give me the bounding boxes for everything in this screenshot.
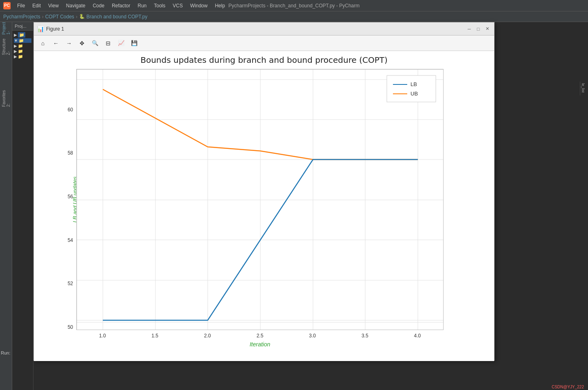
- menu-view[interactable]: View: [45, 2, 62, 9]
- structure-icon[interactable]: Z-Structure: [2, 42, 11, 51]
- figure-titlebar: 📊 Figure 1 ─ □ ✕: [34, 22, 494, 35]
- home-button[interactable]: ⌂: [37, 38, 49, 49]
- project-icon[interactable]: 1-Project: [2, 24, 11, 33]
- chart-title: Bounds updates during branch and bound p…: [48, 55, 480, 65]
- figure-title: Figure 1: [46, 26, 466, 32]
- back-button[interactable]: ←: [50, 38, 62, 49]
- window-controls: ─ □ ✕: [466, 25, 491, 33]
- app-icon: PC: [3, 2, 11, 9]
- watermark: CSDN@YJY_222: [552, 385, 584, 389]
- legend-box: [387, 75, 436, 102]
- menu-file[interactable]: File: [14, 2, 28, 9]
- chart-container: Bounds updates during branch and bound p…: [48, 55, 480, 357]
- breadcrumb-projects[interactable]: PycharmProjects: [3, 14, 40, 20]
- favorites-icon[interactable]: 2: Favorites: [2, 94, 11, 103]
- project-tree-item-2[interactable]: ▶ 📁: [14, 44, 31, 48]
- x-axis-label: Iteration: [76, 341, 444, 348]
- maximize-button[interactable]: □: [475, 25, 482, 33]
- xtick-30: 3.0: [286, 333, 339, 339]
- run-panel: Run:: [0, 348, 11, 357]
- menu-tools[interactable]: Tools: [151, 2, 169, 9]
- minimize-button[interactable]: ─: [466, 25, 473, 33]
- project-tree-item[interactable]: ▶ 📁: [14, 32, 31, 38]
- ytick-54: 54: [68, 237, 73, 243]
- chart-inner: LB UB 1.0 1.5 2.0 2.5 3.0 3.5: [76, 69, 444, 348]
- legend-lb-label: LB: [410, 81, 417, 87]
- ytick-56: 56: [68, 194, 73, 199]
- ytick-60: 60: [68, 107, 73, 113]
- project-tree-item-selected[interactable]: ▼ 📁: [14, 38, 31, 43]
- project-tree-item-4[interactable]: ▶ 📁: [14, 54, 31, 59]
- menu-refactor[interactable]: Refactor: [109, 2, 133, 9]
- xtick-15: 1.5: [129, 333, 181, 339]
- ytick-58: 58: [68, 150, 73, 156]
- menu-run[interactable]: Run: [134, 2, 150, 9]
- figure-icon: 📊: [37, 26, 44, 32]
- pan-button[interactable]: ✥: [76, 38, 88, 49]
- plottype-button[interactable]: 📈: [115, 38, 127, 49]
- close-button[interactable]: ✕: [484, 25, 491, 33]
- xtick-20: 2.0: [181, 333, 233, 339]
- ytick-50: 50: [68, 324, 73, 330]
- menu-edit[interactable]: Edit: [29, 2, 44, 9]
- breadcrumb-copt-codes[interactable]: COPT Codes: [45, 14, 74, 20]
- menu-vcs[interactable]: VCS: [169, 2, 186, 9]
- zoom-button[interactable]: 🔍: [89, 38, 101, 49]
- left-sidebar: 1-Project Z-Structure 2: Favorites: [0, 22, 12, 390]
- project-tree-item-3[interactable]: ▶ 📁: [14, 49, 31, 53]
- menu-window[interactable]: Window: [187, 2, 211, 9]
- xtick-25: 2.5: [234, 333, 286, 339]
- file-icon: 🐍: [79, 14, 85, 19]
- legend-ub-label: UB: [410, 91, 418, 97]
- chart-svg: LB UB: [76, 69, 444, 330]
- figure-toolbar: ⌂ ← → ✥ 🔍 ⊟ 📈 💾: [34, 35, 494, 51]
- run-label: Run:: [1, 350, 10, 355]
- xtick-35: 3.5: [339, 333, 391, 339]
- menu-code[interactable]: Code: [89, 2, 108, 9]
- menu-bar: PC File Edit View Navigate Code Refactor…: [0, 0, 588, 11]
- menu-help[interactable]: Help: [212, 2, 229, 9]
- window-title: PycharmProjects - Branch_and_bound_COPT.…: [229, 3, 359, 9]
- right-panel: le_list: [580, 82, 588, 95]
- save-button[interactable]: 💾: [129, 38, 140, 49]
- breadcrumb-bar: PycharmProjects › COPT Codes › 🐍 Branch …: [0, 11, 588, 22]
- menu-navigate[interactable]: Navigate: [63, 2, 89, 9]
- project-panel: Proj... ▶ 📁 ▼ 📁 ▶ 📁 ▶ 📁 ▶ 📁: [12, 22, 33, 390]
- forward-button[interactable]: →: [63, 38, 75, 49]
- project-header: Proj...: [12, 22, 33, 31]
- figure-window: 📊 Figure 1 ─ □ ✕ ⌂ ← → ✥ 🔍 ⊟ 📈 💾 Bounds …: [33, 22, 495, 361]
- ytick-52: 52: [68, 281, 73, 286]
- configure-button[interactable]: ⊟: [102, 38, 114, 49]
- right-panel-tab[interactable]: le_list: [581, 83, 585, 93]
- breadcrumb-file[interactable]: 🐍 Branch and bound COPT.py: [79, 14, 147, 20]
- xtick-10: 1.0: [76, 333, 129, 339]
- xtick-40: 4.0: [391, 333, 444, 339]
- plot-area: Bounds updates during branch and bound p…: [34, 51, 494, 361]
